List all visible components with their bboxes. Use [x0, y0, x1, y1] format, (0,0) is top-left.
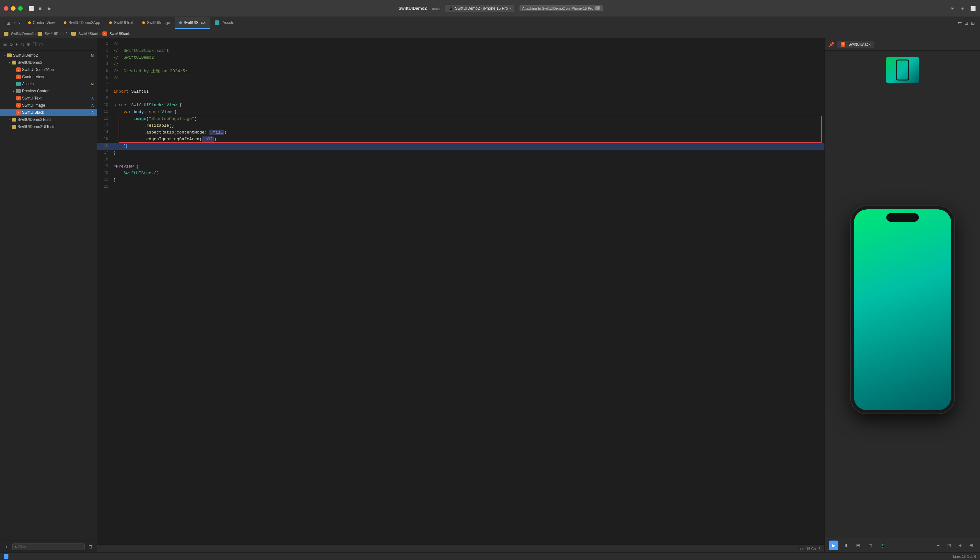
code-line-22: 22 — [97, 184, 825, 190]
line-num-18: 18 — [97, 157, 113, 163]
preview-swift-icon: S — [841, 42, 845, 47]
device-selector[interactable]: 📱 SwiftUIDemo2 › iPhone 15 Pro › — [445, 5, 514, 12]
breadcrumb-sep-2: › — [69, 32, 70, 36]
folder-icon-tests — [12, 118, 16, 122]
line-num-1: 1 — [97, 41, 113, 47]
breadcrumb-folder[interactable]: SwiftUIStack — [71, 32, 98, 36]
grid-icon[interactable]: ⊞ — [5, 20, 12, 26]
layout-icon[interactable]: ⊟ — [965, 20, 968, 26]
preview-header: 📌 S SwiftUIStack — [825, 38, 980, 50]
badge-image: A — [91, 104, 94, 107]
sidebar-toggle-icon[interactable]: ⬜ — [28, 5, 34, 12]
sidebar-item-swiftuitext[interactable]: ▸ S SwiftUIText A — [0, 95, 97, 102]
code-line-17: 17 } — [97, 150, 825, 157]
zoom-fit-button[interactable]: ⊡ — [944, 540, 954, 550]
expand-arrow-root: ▾ — [3, 53, 7, 58]
status-line-info: Line: 16 Col: 6 — [953, 555, 976, 558]
swift-icon-app: S — [16, 67, 21, 72]
pause-preview-button[interactable]: ⏸ — [841, 540, 851, 550]
sidebar-item-swiftuidemo2-root[interactable]: ▾ SwiftUIDemo2 M — [0, 52, 97, 59]
chevron-icon: › — [510, 6, 511, 11]
swift-dot-text — [109, 22, 112, 24]
code-content[interactable]: 1 // 2 // SwiftUIStack.swift 3 // SwiftU… — [97, 38, 825, 545]
sidebar-item-swiftuiimage[interactable]: ▸ S SwiftUIImage A — [0, 102, 97, 109]
split-icon[interactable]: ⊞ — [971, 20, 975, 26]
tab-stack-label: SwiftUIStack — [184, 20, 206, 25]
sidebar-item-swiftuidemo2app[interactable]: ▸ S SwiftUIDemo2App — [0, 66, 97, 73]
sidebar-item-tests[interactable]: ▸ SwiftUIDemo2Tests — [0, 116, 97, 123]
code-line-8: 8 import SwiftUI — [97, 88, 825, 95]
tab-swiftuitext[interactable]: SwiftUIText — [105, 17, 138, 29]
play-preview-button[interactable]: ▶ — [829, 540, 838, 550]
swift-icon: S — [102, 32, 107, 36]
line-num-16: 16 — [99, 143, 113, 149]
badge-text: A — [91, 97, 94, 100]
sidebar-item-swiftuistack[interactable]: ▸ S SwiftUIStack A — [0, 109, 97, 116]
sidebar-label-demo2: SwiftUIDemo2 — [18, 60, 42, 65]
phone-preview-button[interactable]: 📱 — [878, 540, 888, 550]
tab-swiftuidemo2app[interactable]: SwiftUIDemo2App — [59, 17, 105, 29]
back-arrow[interactable]: ‹ — [12, 20, 17, 26]
stop-icon[interactable]: ■ — [37, 5, 43, 12]
sidebar-header-icon3: ♦ — [15, 42, 18, 47]
breadcrumb-root[interactable]: SwiftUIDemo2 — [4, 32, 34, 36]
preview-panel: 📌 S SwiftUIStack — [825, 38, 980, 552]
phone-side-button — [954, 248, 954, 268]
breadcrumb-file[interactable]: S SwiftUIStack — [102, 32, 130, 36]
forward-arrow[interactable]: › — [17, 20, 22, 26]
line-content-9 — [113, 95, 825, 102]
device-settings-button[interactable]: ⊞ — [853, 540, 863, 550]
swift-icon-image: S — [16, 103, 21, 108]
tab-assets[interactable]: Assets — [210, 17, 239, 29]
sidebar-item-assets[interactable]: ▸ Assets M — [0, 80, 97, 88]
breadcrumb-group[interactable]: SwiftUIDemo2 — [38, 32, 67, 36]
appearance-icon[interactable]: ☀ — [949, 5, 955, 12]
line-num-5: 5 — [97, 68, 113, 74]
sidebar-bottom: + ⌕ Filter ⊟ — [0, 540, 97, 552]
code-line-6: 6 // — [97, 75, 825, 82]
minimize-button[interactable] — [11, 6, 15, 11]
sidebar-label-app: SwiftUIDemo2App — [22, 67, 54, 72]
add-icon[interactable]: + — [959, 5, 966, 12]
breadcrumb-sep-3: › — [100, 32, 101, 36]
preview-thumbnail[interactable] — [886, 57, 919, 83]
tab-bar: ⊞ ‹ › ContentView SwiftUIDemo2App SwiftU… — [0, 17, 980, 29]
add-file-icon[interactable]: + — [3, 543, 10, 550]
code-line-2: 2 // SwiftUIStack.swift — [97, 48, 825, 55]
sidebar-tree: ▾ SwiftUIDemo2 M ▾ SwiftUIDemo2 ▸ S Swif… — [0, 50, 97, 540]
sidebar-item-uitests[interactable]: ▸ SwiftUIDemo2UITests — [0, 123, 97, 130]
zoom-fill-button[interactable]: ⊞ — [967, 540, 976, 550]
tab-swiftuistack[interactable]: SwiftUIStack — [175, 17, 210, 29]
sidebar-label-tests: SwiftUIDemo2Tests — [18, 117, 52, 122]
split-view-icon[interactable]: ⬜ — [970, 5, 976, 12]
refresh-icon[interactable]: ⇄ — [958, 20, 962, 26]
run-icon[interactable]: ▶ — [46, 5, 52, 12]
nav-arrows: ⊞ ‹ › — [3, 17, 24, 29]
sidebar-item-contentview[interactable]: ▸ S ContentView — [0, 73, 97, 80]
zoom-in-button[interactable]: + — [955, 540, 965, 550]
phone-vol-down — [851, 258, 851, 271]
pin-icon[interactable]: 📌 — [829, 42, 834, 47]
line-num-8: 8 — [97, 88, 113, 95]
tab-contentview[interactable]: ContentView — [24, 17, 59, 29]
line-num-9: 9 — [97, 95, 113, 102]
expand-arrow-uitests: ▸ — [7, 125, 12, 129]
breadcrumb-folder-label: SwiftUIStack — [78, 32, 98, 36]
inspect-button[interactable]: ◻ — [866, 540, 875, 550]
close-button[interactable] — [4, 6, 8, 11]
swift-dot-stack — [179, 22, 182, 24]
status-line-col: Line: 16 Col: 6 — [798, 547, 820, 551]
tab-swiftuiimage[interactable]: SwiftUIImage — [138, 17, 174, 29]
maximize-button[interactable] — [18, 6, 23, 11]
filter-input[interactable]: ⌕ Filter — [12, 543, 85, 550]
preview-tab[interactable]: S SwiftUIStack — [837, 41, 874, 48]
sidebar-item-preview-content[interactable]: ▸ Preview Content — [0, 88, 97, 95]
swift-icon-stack: S — [16, 110, 21, 115]
zoom-out-button[interactable]: − — [933, 540, 943, 550]
title-center: SwiftUIDemo2 main 📱 SwiftUIDemo2 › iPhon… — [55, 5, 946, 12]
sidebar-item-swiftuidemo2-folder[interactable]: ▾ SwiftUIDemo2 — [0, 59, 97, 66]
filter-options-icon[interactable]: ⊟ — [87, 543, 94, 550]
line-content-4: // — [113, 61, 825, 68]
line-num-10: 10 — [97, 102, 113, 108]
sidebar-label-stack: SwiftUIStack — [22, 110, 44, 115]
